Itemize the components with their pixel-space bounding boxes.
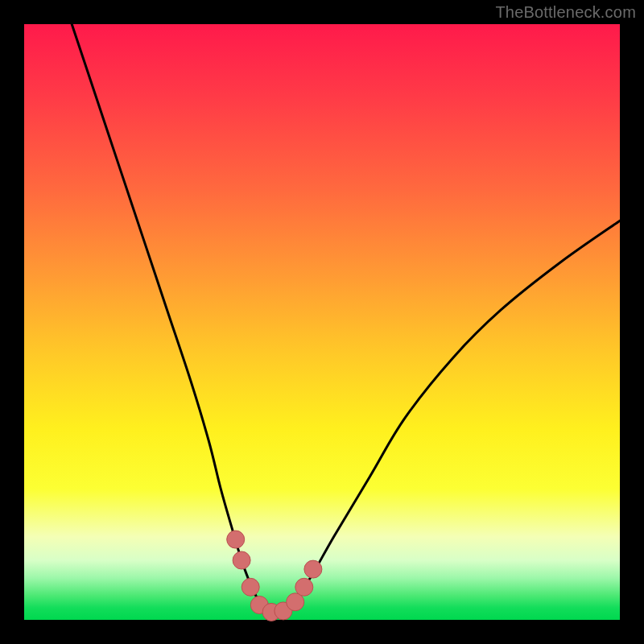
watermark-text: TheBottleneck.com [495,3,636,22]
bottleneck-curve [72,24,620,612]
plot-area [24,24,620,620]
curve-marker [227,530,245,548]
curve-marker [242,578,259,596]
curve-layer [24,24,620,620]
curve-marker [304,560,322,578]
chart-frame: TheBottleneck.com [0,0,644,644]
curve-marker [233,551,250,569]
curve-markers [227,530,322,621]
curve-path [72,24,620,612]
curve-marker [295,578,313,596]
